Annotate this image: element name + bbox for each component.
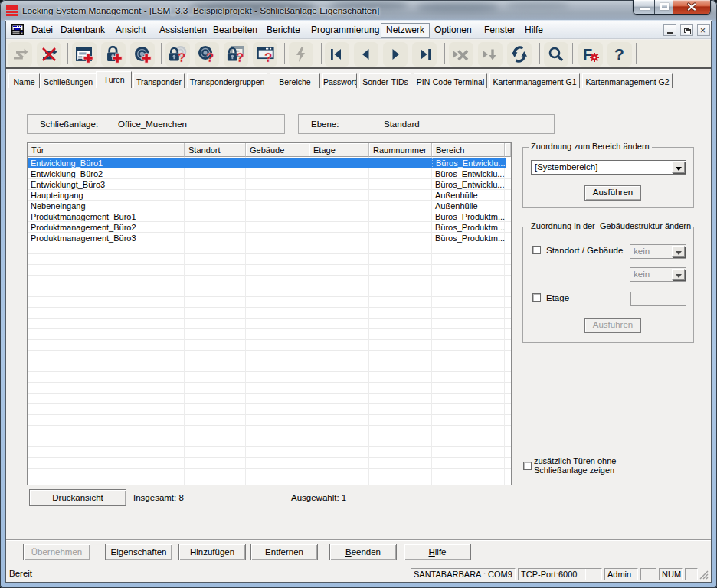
svg-text:?: ? (264, 51, 272, 64)
svg-text:?: ? (236, 51, 244, 64)
svg-text:?: ? (178, 51, 185, 64)
svg-text:?: ? (614, 45, 624, 63)
svg-text:?: ? (206, 51, 214, 64)
